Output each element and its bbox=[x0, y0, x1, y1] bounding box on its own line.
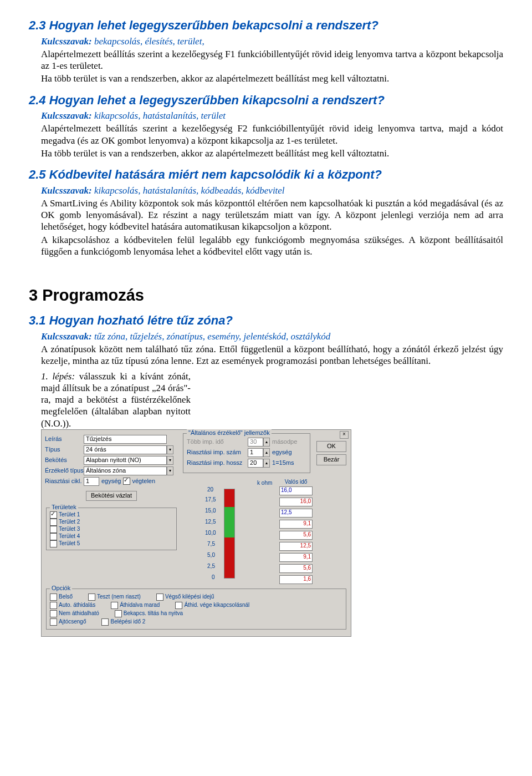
keywords-2-3: Kulcsszavak: bekapcsolás, élesítés, terü… bbox=[41, 35, 503, 47]
group-opciok: Opciók Belső Teszt (nem riaszt) Végső ki… bbox=[46, 589, 346, 630]
cb-nem-athidalhato[interactable] bbox=[50, 610, 57, 617]
label-bekotes: Bekötés bbox=[45, 457, 84, 464]
value-box: 9,1 bbox=[279, 553, 313, 562]
input-riaszt-cikl[interactable]: 1 bbox=[84, 477, 99, 486]
cb-belso[interactable] bbox=[50, 594, 57, 601]
value-box: 1,6 bbox=[279, 575, 313, 584]
cb-ajtocsengo[interactable] bbox=[50, 618, 57, 626]
select-bekotes[interactable]: Alapban nyitott (NO) bbox=[84, 456, 167, 465]
value-box: 16,0 bbox=[279, 486, 313, 495]
tick: 2,5 bbox=[207, 563, 215, 570]
label-tobb-imp-ido: Több imp. idő bbox=[187, 438, 248, 446]
select-tipus[interactable]: 24 órás bbox=[84, 445, 167, 454]
p: A kikapcsoláshoz a kódbevitelen felül le… bbox=[41, 234, 503, 258]
body-2-3: Alapértelmezett beállítás szerint a keze… bbox=[41, 48, 503, 85]
label-terulet-4: Terület 4 bbox=[59, 533, 80, 540]
band-red-bottom bbox=[224, 537, 234, 578]
p: A zónatípusok között nem található tűz z… bbox=[41, 343, 503, 367]
close-icon[interactable]: × bbox=[340, 431, 349, 439]
label-terulet-2: Terület 2 bbox=[59, 519, 80, 526]
p: Ha több terület is van a rendszerben, ak… bbox=[41, 73, 503, 84]
kw-text: kikapcsolás, hatástalanítás, terület bbox=[92, 110, 226, 121]
label-riaszt-cikl: Riasztási cikl. bbox=[45, 478, 84, 485]
label-riaszt-imp-szam: Riasztási imp. szám bbox=[187, 449, 248, 457]
label-vegtelen: végtelen bbox=[132, 478, 155, 485]
cb-label: Végső kilépési idejű bbox=[165, 594, 214, 601]
zone-settings-dialog: × OK Bezár Leírás Tűzjelzés Típus 24 órá… bbox=[41, 429, 351, 637]
label-terulet-1: Terület 1 bbox=[59, 511, 80, 519]
cb-athidalva-marad[interactable] bbox=[111, 602, 118, 609]
checkbox-terulet-2[interactable] bbox=[50, 519, 57, 526]
label-riaszt-imp-hossz: Riasztási imp. hossz bbox=[187, 459, 248, 467]
spinner-icon: ▴ bbox=[263, 438, 270, 447]
unit-time: 1=15ms bbox=[272, 459, 294, 467]
cb-bekapcs-tiltas[interactable] bbox=[115, 610, 122, 617]
spinner-icon[interactable]: ▴ bbox=[263, 459, 270, 468]
close-button[interactable]: Bezár bbox=[316, 454, 346, 465]
resistance-chart: k ohm 20 17,5 15,0 12,5 10,0 7,5 5,0 2,5… bbox=[185, 479, 329, 584]
cb-vegso-kilepesi[interactable] bbox=[156, 594, 163, 601]
cb-belepesi-ido-2[interactable] bbox=[101, 618, 109, 626]
cb-label: Teszt (nem riaszt) bbox=[97, 594, 141, 601]
tick: 7,5 bbox=[207, 541, 215, 548]
step-1-text: 1. lépés: válasszuk ki a kívánt zónát, m… bbox=[41, 371, 191, 429]
p: Alapértelmezett beállítás szerint a keze… bbox=[41, 123, 503, 146]
kw-label: Kulcsszavak: bbox=[41, 110, 92, 121]
label-leiras: Leírás bbox=[45, 435, 84, 443]
input-tobb-imp-ido: 30 bbox=[248, 438, 263, 447]
spinner-icon[interactable]: ▴ bbox=[263, 448, 270, 457]
cb-teszt[interactable] bbox=[88, 594, 95, 601]
kw-text: tűz zóna, tűzjelzés, zónatípus, esemény,… bbox=[92, 331, 331, 342]
value-box: 5,6 bbox=[279, 564, 313, 573]
ok-button[interactable]: OK bbox=[316, 441, 346, 452]
chevron-down-icon[interactable]: ▾ bbox=[167, 456, 173, 465]
heading-3-1: 3.1 Hogyan hozható létre tűz zóna? bbox=[29, 313, 503, 328]
cb-label: Bekapcs. tiltás ha nyitva bbox=[124, 610, 183, 617]
checkbox-terulet-5[interactable] bbox=[50, 540, 57, 547]
tick: 12,5 bbox=[205, 519, 216, 526]
heading-2-4: 2.4 Hogyan lehet a legegyszerűbben kikap… bbox=[29, 93, 503, 108]
cb-label: Áthid. vége kikapcsolásnál bbox=[184, 602, 249, 609]
keywords-2-5: Kulcsszavak: kikapcsolás, hatástalanítás… bbox=[41, 185, 503, 196]
cb-athid-vege[interactable] bbox=[175, 602, 182, 609]
input-leiras[interactable]: Tűzjelzés bbox=[84, 435, 167, 444]
label-terulet-5: Terület 5 bbox=[59, 540, 80, 547]
tick: 17,5 bbox=[205, 496, 216, 504]
chevron-down-icon[interactable]: ▾ bbox=[167, 445, 173, 454]
body-2-5: A SmartLiving és Ability központok sok m… bbox=[41, 197, 503, 257]
cb-label: Nem áthidalható bbox=[59, 610, 99, 617]
input-riaszt-imp-hossz[interactable]: 20 bbox=[248, 459, 263, 468]
kw-label: Kulcsszavak: bbox=[41, 36, 92, 47]
unit-egyseg2: egység bbox=[272, 449, 291, 457]
valos-ido-label: Valós idő bbox=[279, 479, 313, 486]
group-sensor: "Általános érzékelő" jellemzők Több imp.… bbox=[183, 433, 310, 473]
body-3-1: A zónatípusok között nem található tűz z… bbox=[41, 343, 503, 367]
tick: 10,0 bbox=[205, 530, 216, 537]
kw-text: kikapcsolás, hatástalanítás, kódbeadás, … bbox=[92, 185, 285, 196]
value-box: 12,5 bbox=[279, 542, 313, 551]
unit-egyseg: egység bbox=[101, 478, 121, 485]
select-erzekelo[interactable]: Általános zóna bbox=[84, 466, 167, 475]
tick: 5,0 bbox=[207, 552, 215, 559]
group-title-sensor: "Általános érzékelő" jellemzők bbox=[187, 429, 272, 437]
bekotesi-vazlat-button[interactable]: Bekötési vázlat bbox=[86, 491, 137, 501]
group-title-opciok: Opciók bbox=[50, 585, 72, 592]
tick: 0 bbox=[212, 574, 215, 581]
checkbox-vegtelen[interactable] bbox=[123, 478, 130, 485]
cb-label: Belépési idő 2 bbox=[110, 618, 145, 626]
kw-label: Kulcsszavak: bbox=[41, 185, 92, 196]
band-green bbox=[224, 507, 234, 537]
cb-auto-athidalas[interactable] bbox=[50, 602, 57, 609]
checkbox-terulet-3[interactable] bbox=[50, 526, 57, 533]
chevron-down-icon[interactable]: ▾ bbox=[167, 466, 173, 475]
label-terulet-3: Terület 3 bbox=[59, 526, 80, 533]
checkbox-terulet-1[interactable] bbox=[50, 511, 57, 519]
cb-label: Belső bbox=[59, 594, 73, 601]
kw-text: bekapcsolás, élesítés, terület, bbox=[92, 36, 204, 47]
group-teruletek: Területek Terület 1 Terület 2 Terület 3 … bbox=[46, 508, 177, 550]
value-box: 9,1 bbox=[279, 520, 313, 529]
checkbox-terulet-4[interactable] bbox=[50, 533, 57, 540]
step-label: 1. lépés: bbox=[41, 371, 75, 382]
keywords-2-4: Kulcsszavak: kikapcsolás, hatástalanítás… bbox=[41, 110, 503, 121]
input-riaszt-imp-szam[interactable]: 1 bbox=[248, 448, 263, 457]
